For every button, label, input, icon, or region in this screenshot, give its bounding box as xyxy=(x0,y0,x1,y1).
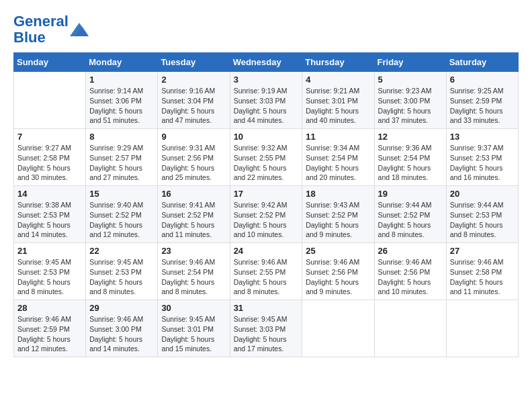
day-cell: 9Sunrise: 9:31 AM Sunset: 2:56 PM Daylig… xyxy=(158,129,230,186)
day-number: 9 xyxy=(161,132,226,142)
day-cell: 10Sunrise: 9:32 AM Sunset: 2:55 PM Dayli… xyxy=(230,129,302,186)
day-number: 25 xyxy=(306,246,370,256)
day-info: Sunrise: 9:44 AM Sunset: 2:52 PM Dayligh… xyxy=(378,200,443,240)
day-header-saturday: Saturday xyxy=(446,53,518,72)
day-info: Sunrise: 9:14 AM Sunset: 3:06 PM Dayligh… xyxy=(89,86,154,126)
day-cell: 12Sunrise: 9:36 AM Sunset: 2:54 PM Dayli… xyxy=(374,129,446,186)
day-cell: 3Sunrise: 9:19 AM Sunset: 3:03 PM Daylig… xyxy=(230,72,302,129)
day-cell: 28Sunrise: 9:46 AM Sunset: 2:59 PM Dayli… xyxy=(14,300,86,357)
day-number: 26 xyxy=(378,246,443,256)
day-number: 10 xyxy=(234,132,299,142)
day-info: Sunrise: 9:32 AM Sunset: 2:55 PM Dayligh… xyxy=(234,143,299,183)
day-cell: 8Sunrise: 9:29 AM Sunset: 2:57 PM Daylig… xyxy=(86,129,158,186)
day-info: Sunrise: 9:19 AM Sunset: 3:03 PM Dayligh… xyxy=(234,86,299,126)
day-cell: 20Sunrise: 9:44 AM Sunset: 2:53 PM Dayli… xyxy=(446,186,518,243)
day-number: 7 xyxy=(17,132,82,142)
day-info: Sunrise: 9:45 AM Sunset: 3:03 PM Dayligh… xyxy=(234,314,299,354)
day-number: 19 xyxy=(378,189,443,199)
day-header-thursday: Thursday xyxy=(302,53,374,72)
day-info: Sunrise: 9:36 AM Sunset: 2:54 PM Dayligh… xyxy=(378,143,443,183)
day-number: 1 xyxy=(89,75,154,85)
day-info: Sunrise: 9:46 AM Sunset: 2:56 PM Dayligh… xyxy=(378,257,443,297)
day-cell: 29Sunrise: 9:46 AM Sunset: 3:00 PM Dayli… xyxy=(86,300,158,357)
day-number: 23 xyxy=(161,246,226,256)
day-header-wednesday: Wednesday xyxy=(230,53,302,72)
day-cell: 18Sunrise: 9:43 AM Sunset: 2:52 PM Dayli… xyxy=(302,186,374,243)
day-cell: 23Sunrise: 9:46 AM Sunset: 2:54 PM Dayli… xyxy=(158,243,230,300)
day-cell: 7Sunrise: 9:27 AM Sunset: 2:58 PM Daylig… xyxy=(14,129,86,186)
day-number: 17 xyxy=(234,189,299,199)
day-number: 12 xyxy=(378,132,443,142)
day-header-monday: Monday xyxy=(86,53,158,72)
day-cell: 24Sunrise: 9:46 AM Sunset: 2:55 PM Dayli… xyxy=(230,243,302,300)
day-cell: 16Sunrise: 9:41 AM Sunset: 2:52 PM Dayli… xyxy=(158,186,230,243)
week-row-2: 7Sunrise: 9:27 AM Sunset: 2:58 PM Daylig… xyxy=(14,129,519,186)
day-cell: 17Sunrise: 9:42 AM Sunset: 2:52 PM Dayli… xyxy=(230,186,302,243)
day-number: 29 xyxy=(89,303,154,313)
calendar-header-row: SundayMondayTuesdayWednesdayThursdayFrid… xyxy=(14,53,519,72)
day-number: 24 xyxy=(234,246,299,256)
day-cell: 15Sunrise: 9:40 AM Sunset: 2:52 PM Dayli… xyxy=(86,186,158,243)
day-info: Sunrise: 9:46 AM Sunset: 2:58 PM Dayligh… xyxy=(450,257,515,297)
day-cell: 25Sunrise: 9:46 AM Sunset: 2:56 PM Dayli… xyxy=(302,243,374,300)
day-info: Sunrise: 9:25 AM Sunset: 2:59 PM Dayligh… xyxy=(450,86,515,126)
day-number: 18 xyxy=(306,189,370,199)
week-row-3: 14Sunrise: 9:38 AM Sunset: 2:53 PM Dayli… xyxy=(14,186,519,243)
day-cell: 4Sunrise: 9:21 AM Sunset: 3:01 PM Daylig… xyxy=(302,72,374,129)
day-info: Sunrise: 9:40 AM Sunset: 2:52 PM Dayligh… xyxy=(89,200,154,240)
page-header: GeneralBlue xyxy=(13,13,519,46)
day-header-friday: Friday xyxy=(374,53,446,72)
day-info: Sunrise: 9:23 AM Sunset: 3:00 PM Dayligh… xyxy=(378,86,443,126)
calendar-table: SundayMondayTuesdayWednesdayThursdayFrid… xyxy=(13,52,519,357)
day-number: 6 xyxy=(450,75,515,85)
day-cell: 5Sunrise: 9:23 AM Sunset: 3:00 PM Daylig… xyxy=(374,72,446,129)
day-number: 4 xyxy=(306,75,370,85)
day-cell: 13Sunrise: 9:37 AM Sunset: 2:53 PM Dayli… xyxy=(446,129,518,186)
day-header-tuesday: Tuesday xyxy=(158,53,230,72)
day-info: Sunrise: 9:45 AM Sunset: 2:53 PM Dayligh… xyxy=(89,257,154,297)
day-cell: 26Sunrise: 9:46 AM Sunset: 2:56 PM Dayli… xyxy=(374,243,446,300)
day-info: Sunrise: 9:42 AM Sunset: 2:52 PM Dayligh… xyxy=(234,200,299,240)
day-cell: 21Sunrise: 9:45 AM Sunset: 2:53 PM Dayli… xyxy=(14,243,86,300)
day-cell: 19Sunrise: 9:44 AM Sunset: 2:52 PM Dayli… xyxy=(374,186,446,243)
week-row-1: 1Sunrise: 9:14 AM Sunset: 3:06 PM Daylig… xyxy=(14,72,519,129)
day-info: Sunrise: 9:46 AM Sunset: 2:55 PM Dayligh… xyxy=(234,257,299,297)
day-info: Sunrise: 9:37 AM Sunset: 2:53 PM Dayligh… xyxy=(450,143,515,183)
day-number: 21 xyxy=(17,246,82,256)
day-number: 13 xyxy=(450,132,515,142)
logo-text: GeneralBlue xyxy=(13,13,69,46)
day-number: 11 xyxy=(306,132,370,142)
week-row-5: 28Sunrise: 9:46 AM Sunset: 2:59 PM Dayli… xyxy=(14,300,519,357)
day-cell xyxy=(446,300,518,357)
day-info: Sunrise: 9:16 AM Sunset: 3:04 PM Dayligh… xyxy=(161,86,226,126)
day-number: 2 xyxy=(161,75,226,85)
day-info: Sunrise: 9:34 AM Sunset: 2:54 PM Dayligh… xyxy=(306,143,370,183)
day-cell: 27Sunrise: 9:46 AM Sunset: 2:58 PM Dayli… xyxy=(446,243,518,300)
day-number: 27 xyxy=(450,246,515,256)
day-info: Sunrise: 9:44 AM Sunset: 2:53 PM Dayligh… xyxy=(450,200,515,240)
day-info: Sunrise: 9:46 AM Sunset: 2:56 PM Dayligh… xyxy=(306,257,370,297)
day-header-sunday: Sunday xyxy=(14,53,86,72)
day-cell xyxy=(374,300,446,357)
day-cell xyxy=(302,300,374,357)
day-cell: 22Sunrise: 9:45 AM Sunset: 2:53 PM Dayli… xyxy=(86,243,158,300)
day-info: Sunrise: 9:45 AM Sunset: 2:53 PM Dayligh… xyxy=(17,257,82,297)
day-cell xyxy=(14,72,86,129)
day-number: 3 xyxy=(234,75,299,85)
day-cell: 6Sunrise: 9:25 AM Sunset: 2:59 PM Daylig… xyxy=(446,72,518,129)
day-info: Sunrise: 9:45 AM Sunset: 3:01 PM Dayligh… xyxy=(161,314,226,354)
logo-icon xyxy=(70,23,89,36)
day-number: 5 xyxy=(378,75,443,85)
day-info: Sunrise: 9:29 AM Sunset: 2:57 PM Dayligh… xyxy=(89,143,154,183)
day-cell: 31Sunrise: 9:45 AM Sunset: 3:03 PM Dayli… xyxy=(230,300,302,357)
day-number: 31 xyxy=(234,303,299,313)
week-row-4: 21Sunrise: 9:45 AM Sunset: 2:53 PM Dayli… xyxy=(14,243,519,300)
day-number: 14 xyxy=(17,189,82,199)
day-info: Sunrise: 9:41 AM Sunset: 2:52 PM Dayligh… xyxy=(161,200,226,240)
day-number: 16 xyxy=(161,189,226,199)
day-cell: 30Sunrise: 9:45 AM Sunset: 3:01 PM Dayli… xyxy=(158,300,230,357)
day-number: 30 xyxy=(161,303,226,313)
day-cell: 14Sunrise: 9:38 AM Sunset: 2:53 PM Dayli… xyxy=(14,186,86,243)
day-number: 28 xyxy=(17,303,82,313)
day-info: Sunrise: 9:43 AM Sunset: 2:52 PM Dayligh… xyxy=(306,200,370,240)
